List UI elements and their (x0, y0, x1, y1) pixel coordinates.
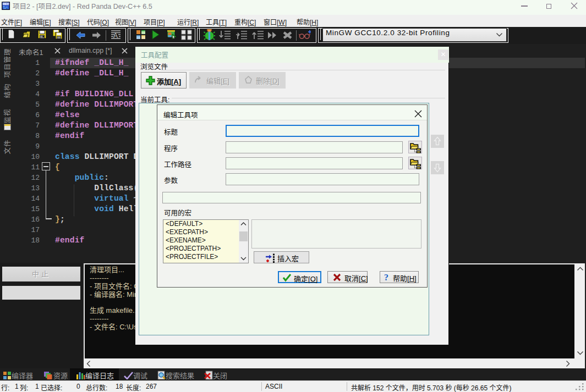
svg-text:A: A (113, 32, 118, 40)
svg-text:DEV: DEV (3, 2, 9, 5)
svg-text:?: ? (384, 273, 388, 282)
